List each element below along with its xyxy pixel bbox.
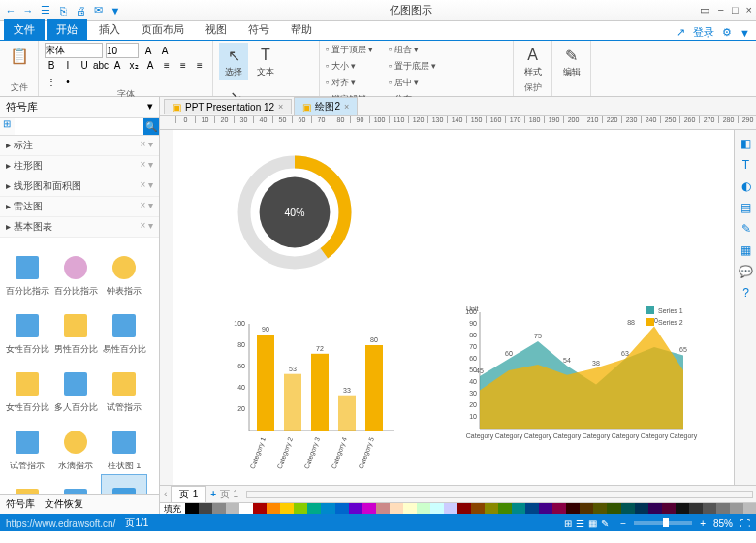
fmt-8[interactable]: ≡ — [176, 58, 190, 72]
swatch-17[interactable] — [417, 503, 430, 514]
h-scrollbar[interactable] — [246, 491, 753, 498]
cat-3[interactable]: ▸ 雷达图× ▾ — [0, 197, 159, 217]
win-3[interactable]: × — [746, 4, 752, 16]
qat-3[interactable]: ⎘ — [56, 4, 70, 17]
swatch-2[interactable] — [212, 503, 226, 514]
edit-button[interactable]: ✎ 编辑 — [558, 43, 584, 80]
chart-area[interactable]: Unit102030405060708090100456075543863706… — [455, 304, 707, 479]
swatch-15[interactable] — [390, 503, 403, 514]
rtool-1[interactable]: T — [739, 157, 754, 173]
swatch-31[interactable] — [607, 503, 620, 514]
shape-10[interactable]: 水滴指示 — [52, 416, 99, 472]
swatch-4[interactable] — [239, 503, 253, 514]
ribbon-right-2[interactable]: ⚙ — [722, 26, 732, 39]
swatch-40[interactable] — [730, 503, 743, 514]
fmt-1[interactable]: I — [61, 58, 75, 72]
shape-4[interactable]: 男性百分比 — [52, 300, 99, 356]
swatch-34[interactable] — [648, 503, 662, 514]
doctab-0[interactable]: ▣PPT Presentation 12× — [164, 99, 292, 114]
swatch-16[interactable] — [403, 503, 417, 514]
swatch-6[interactable] — [267, 503, 280, 514]
font-grow-icon[interactable]: A — [142, 44, 155, 57]
fmt-3[interactable]: abc — [94, 58, 108, 72]
win-2[interactable]: □ — [732, 4, 739, 16]
shape-8[interactable]: 试管指示 — [101, 358, 147, 414]
zoom-slider[interactable] — [634, 521, 692, 525]
swatch-25[interactable] — [525, 503, 539, 514]
arrange-2[interactable]: ▫ 大小 ▾ — [326, 59, 386, 73]
status-link[interactable]: https://www.edrawsoft.cn/ — [6, 518, 115, 528]
chart-donut[interactable]: 40% — [232, 149, 358, 275]
font-size-combo[interactable] — [106, 43, 139, 58]
paste-button[interactable]: 📋 — [6, 43, 32, 68]
footer-symbols[interactable]: 符号库 — [6, 497, 35, 511]
shape-1[interactable]: 百分比指示 — [52, 241, 99, 298]
status-icon-0[interactable]: ⊞ — [564, 518, 572, 528]
page-add-icon[interactable]: + — [210, 489, 216, 499]
swatch-1[interactable] — [199, 503, 212, 514]
swatch-13[interactable] — [362, 503, 376, 514]
swatch-21[interactable] — [471, 503, 485, 514]
swatch-5[interactable] — [253, 503, 267, 514]
swatch-29[interactable] — [580, 503, 593, 514]
swatch-7[interactable] — [280, 503, 294, 514]
swatch-28[interactable] — [566, 503, 580, 514]
swatch-30[interactable] — [593, 503, 607, 514]
fmt-9[interactable]: ≡ — [193, 58, 206, 72]
ribbon-right-0[interactable]: ↗ — [677, 26, 685, 39]
shape-0[interactable]: 百分比指示 — [4, 241, 50, 298]
swatch-33[interactable] — [635, 503, 648, 514]
cat-2[interactable]: ▸ 线形图和面积图× ▾ — [0, 176, 159, 197]
swatch-12[interactable] — [349, 503, 362, 514]
qat-4[interactable]: 🖨 — [74, 4, 87, 17]
swatch-9[interactable] — [307, 503, 321, 514]
win-1[interactable]: − — [717, 4, 723, 16]
filter-icon[interactable]: ⊞ — [0, 118, 15, 135]
rtool-0[interactable]: ◧ — [739, 136, 754, 151]
arrange-4[interactable]: ▫ 对齐 ▾ — [326, 76, 386, 89]
footer-recovery[interactable]: 文件恢复 — [45, 497, 83, 511]
swatch-22[interactable] — [485, 503, 498, 514]
qat-1[interactable]: → — [21, 4, 35, 17]
arrange-0[interactable]: ▫ 置于顶层 ▾ — [326, 43, 386, 56]
tab-4[interactable]: 符号 — [238, 19, 279, 40]
arrange-5[interactable]: ▫ 居中 ▾ — [389, 76, 449, 89]
swatch-27[interactable] — [552, 503, 566, 514]
status-icon-3[interactable]: ✎ — [601, 518, 609, 528]
swatch-32[interactable] — [621, 503, 635, 514]
swatch-23[interactable] — [498, 503, 512, 514]
swatch-8[interactable] — [294, 503, 307, 514]
cat-0[interactable]: ▸ 标注× ▾ — [0, 136, 159, 156]
swatch-38[interactable] — [703, 503, 716, 514]
swatch-41[interactable] — [743, 503, 756, 514]
zoom-out-icon[interactable]: − — [620, 518, 626, 528]
qat-2[interactable]: ☰ — [39, 4, 52, 17]
qat-6[interactable]: ▼ — [109, 4, 122, 17]
swatch-14[interactable] — [376, 503, 390, 514]
rtool-2[interactable]: ◐ — [739, 178, 754, 194]
search-input[interactable] — [15, 118, 143, 135]
cat-1[interactable]: ▸ 柱形图× ▾ — [0, 156, 159, 176]
swatch-36[interactable] — [676, 503, 689, 514]
shape-5[interactable]: 易性百分比 — [101, 300, 147, 356]
fmt-7[interactable]: ≡ — [160, 58, 173, 72]
swatch-0[interactable] — [185, 503, 199, 514]
swatch-3[interactable] — [226, 503, 239, 514]
tab-5[interactable]: 帮助 — [281, 19, 322, 40]
fmt-10[interactable]: ⋮ — [45, 75, 58, 88]
doctab-close-0[interactable]: × — [278, 102, 283, 112]
swatch-37[interactable] — [689, 503, 703, 514]
ribbon-right-1[interactable]: 登录 — [693, 25, 714, 40]
shape-14[interactable]: 点放大指示 — [101, 474, 147, 494]
arrange-3[interactable]: ▫ 置于底层 ▾ — [389, 59, 449, 73]
win-0[interactable]: ▭ — [700, 4, 709, 16]
qat-5[interactable]: ✉ — [91, 4, 105, 17]
chart-bar[interactable]: 2040608010090Category 153Category 272Cat… — [222, 314, 406, 479]
qat-0[interactable]: ← — [4, 4, 17, 17]
swatch-24[interactable] — [512, 503, 525, 514]
tool-0[interactable]: ↖选择 — [219, 43, 248, 80]
swatch-35[interactable] — [662, 503, 676, 514]
rtool-6[interactable]: 💬 — [739, 264, 754, 279]
swatch-26[interactable] — [539, 503, 552, 514]
shape-11[interactable]: 柱状图 1 — [101, 416, 147, 472]
